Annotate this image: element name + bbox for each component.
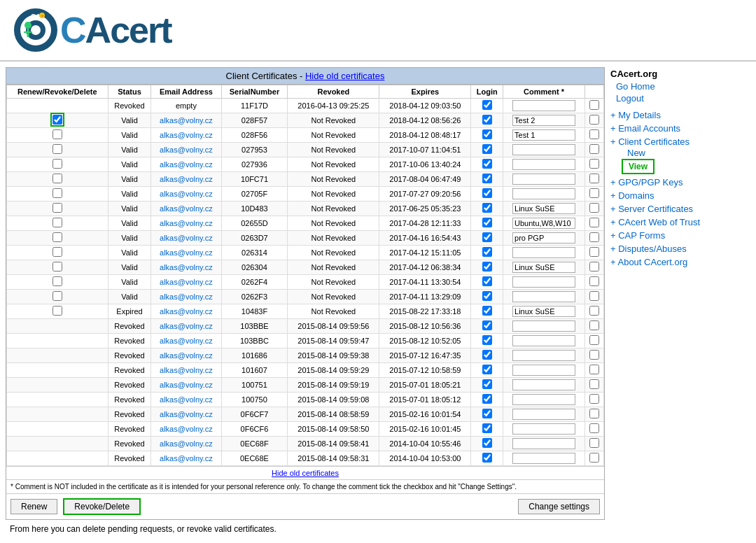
row-comment-input[interactable] [512,291,575,302]
row-comment-input[interactable] [512,438,575,449]
renew-button[interactable]: Renew [10,499,57,514]
row-extra-checkbox[interactable] [589,129,599,139]
row-login-checkbox[interactable] [482,453,492,463]
sidebar-web-trust-toggle[interactable]: + CAcert Web of Trust [610,217,750,227]
row-extra-checkbox[interactable] [589,203,599,213]
row-extra-checkbox[interactable] [589,100,599,110]
row-comment-input[interactable] [512,453,575,464]
row-comment-input[interactable] [512,335,575,346]
row-select-checkbox[interactable] [52,247,62,257]
row-extra-checkbox[interactable] [589,320,599,330]
row-select-checkbox[interactable] [52,203,62,213]
row-email-link[interactable]: alkas@volny.cz [160,322,213,330]
row-extra-checkbox[interactable] [589,350,599,360]
row-login-checkbox[interactable] [482,188,492,198]
row-comment-input[interactable] [512,379,575,390]
row-extra-checkbox[interactable] [589,335,599,345]
row-email-link[interactable]: alkas@volny.cz [160,410,213,418]
row-comment-input[interactable] [512,174,575,185]
sidebar-server-certs-toggle[interactable]: + Server Certificates [610,204,750,214]
row-comment-input[interactable] [512,262,575,273]
row-login-checkbox[interactable] [482,438,492,448]
row-login-checkbox[interactable] [482,203,492,213]
row-comment-input[interactable] [512,365,575,376]
row-comment-input[interactable] [512,115,575,126]
row-select-checkbox[interactable] [52,262,62,272]
row-login-checkbox[interactable] [482,320,492,330]
row-select-checkbox[interactable] [52,159,62,169]
row-email-link[interactable]: alkas@volny.cz [160,307,213,316]
row-email-link[interactable]: alkas@volny.cz [160,337,213,345]
row-login-checkbox[interactable] [482,144,492,154]
row-extra-checkbox[interactable] [589,232,599,242]
row-select-checkbox[interactable] [52,218,62,227]
row-extra-checkbox[interactable] [589,365,599,374]
row-comment-input[interactable] [512,203,575,214]
row-extra-checkbox[interactable] [589,144,599,154]
row-select-checkbox[interactable] [52,232,62,242]
row-comment-input[interactable] [512,394,575,405]
revoke-delete-button[interactable]: Revoke/Delete [63,498,141,515]
row-extra-checkbox[interactable] [589,291,599,301]
row-comment-input[interactable] [512,129,575,141]
row-extra-checkbox[interactable] [589,262,599,272]
row-extra-checkbox[interactable] [589,188,599,198]
row-email-link[interactable]: alkas@volny.cz [160,160,213,169]
hide-old-link-bottom[interactable]: Hide old certificates [272,469,339,477]
sidebar-go-home[interactable]: Go Home [610,80,750,92]
row-login-checkbox[interactable] [482,291,492,301]
sidebar-new-cert[interactable]: New [622,147,750,159]
row-email-link[interactable]: alkas@volny.cz [160,395,213,404]
row-login-checkbox[interactable] [482,335,492,345]
row-extra-checkbox[interactable] [589,394,599,404]
row-login-checkbox[interactable] [482,174,492,183]
row-login-checkbox[interactable] [482,115,492,125]
row-login-checkbox[interactable] [482,276,492,286]
row-login-checkbox[interactable] [482,159,492,169]
row-email-link[interactable]: alkas@volny.cz [160,439,213,448]
row-login-checkbox[interactable] [482,409,492,418]
row-login-checkbox[interactable] [482,379,492,389]
row-comment-input[interactable] [512,232,575,244]
sidebar-disputes-toggle[interactable]: + Disputes/Abuses [610,244,750,254]
row-extra-checkbox[interactable] [589,306,599,316]
row-login-checkbox[interactable] [482,365,492,374]
hide-old-link-top[interactable]: Hide old certificates [305,71,384,81]
row-login-checkbox[interactable] [482,232,492,242]
row-select-checkbox[interactable] [52,291,62,301]
row-email-link[interactable]: alkas@volny.cz [160,204,213,213]
sidebar-gpg-toggle[interactable]: + GPG/PGP Keys [610,177,750,188]
row-login-checkbox[interactable] [482,247,492,257]
row-email-link[interactable]: alkas@volny.cz [160,381,213,389]
sidebar-my-details-toggle[interactable]: + My Details [610,110,750,120]
row-extra-checkbox[interactable] [589,423,599,433]
row-login-checkbox[interactable] [482,350,492,360]
row-email-link[interactable]: alkas@volny.cz [160,116,213,125]
row-login-checkbox[interactable] [482,262,492,272]
sidebar-email-toggle[interactable]: + Email Accounts [610,123,750,134]
row-select-checkbox[interactable] [52,129,62,139]
sidebar-cap-toggle[interactable]: + CAP Forms [610,230,750,241]
row-select-checkbox[interactable] [52,306,62,316]
row-extra-checkbox[interactable] [589,218,599,227]
row-comment-input[interactable] [512,423,575,435]
row-login-checkbox[interactable] [482,423,492,433]
row-login-checkbox[interactable] [482,306,492,316]
row-comment-input[interactable] [512,247,575,258]
row-comment-input[interactable] [512,100,575,111]
sidebar-view-button[interactable]: View [622,159,654,174]
row-login-checkbox[interactable] [482,394,492,404]
sidebar-domains-toggle[interactable]: + Domains [610,190,750,201]
row-comment-input[interactable] [512,188,575,199]
row-extra-checkbox[interactable] [589,379,599,389]
row-extra-checkbox[interactable] [589,409,599,418]
row-extra-checkbox[interactable] [589,247,599,257]
row-comment-input[interactable] [512,409,575,420]
row-email-link[interactable]: alkas@volny.cz [160,278,213,286]
sidebar-client-certs-toggle[interactable]: + Client Certificates [610,136,750,147]
row-comment-input[interactable] [512,144,575,155]
row-extra-checkbox[interactable] [589,115,599,125]
row-select-checkbox[interactable] [52,115,62,125]
change-settings-button[interactable]: Change settings [518,499,600,514]
row-extra-checkbox[interactable] [589,438,599,448]
